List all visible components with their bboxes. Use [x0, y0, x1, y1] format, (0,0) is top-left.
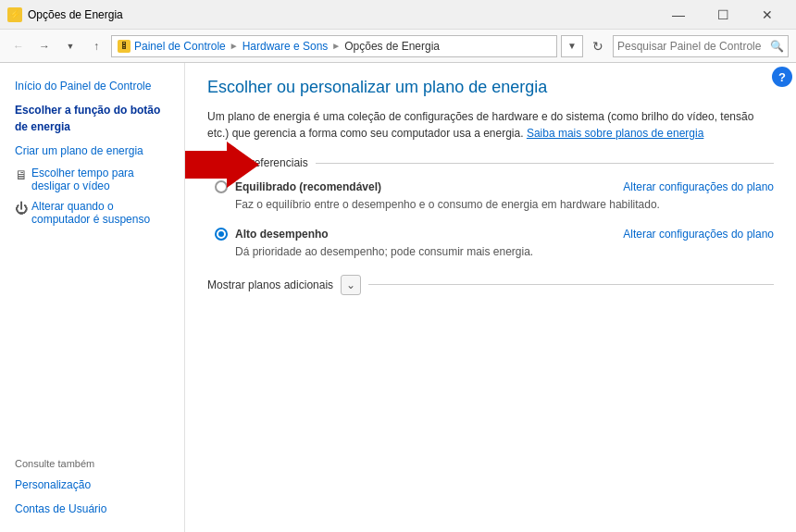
sidebar-item-alterar-suspenso[interactable]: ⏻ Alterar quando o computador é suspenso — [0, 196, 184, 229]
search-input[interactable] — [617, 40, 770, 53]
sidebar-item-personalizacao[interactable]: Personalização — [0, 473, 184, 497]
plan-equilibrado: Equilibrado (recomendável) Alterar confi… — [207, 180, 774, 213]
plan-alto-desempenho-header: Alto desempenho Alterar configurações do… — [215, 228, 774, 241]
window-icon: ⚡ — [7, 7, 22, 22]
forward-button[interactable]: → — [33, 35, 56, 57]
address-dropdown[interactable]: ▼ — [561, 35, 583, 57]
sidebar-item-inicio[interactable]: Início do Painel de Controle — [0, 74, 184, 98]
breadcrumb-sep-1: ► — [230, 41, 239, 51]
window-controls: — ☐ ✕ — [657, 0, 789, 30]
main-window: Início do Painel de Controle Escolher a … — [0, 63, 796, 532]
more-plans-row: Mostrar planos adicionais ⌄ — [207, 275, 774, 295]
consulte-tambem-section: Consulte também Personalização Contas de… — [0, 443, 184, 521]
plan-alto-desempenho: Alto desempenho Alterar configurações do… — [207, 228, 774, 260]
red-arrow-annotation — [185, 142, 259, 191]
search-icon: 🔍 — [770, 40, 784, 53]
sidebar-nav: Início do Painel de Controle Escolher a … — [0, 74, 184, 443]
plan-equilibrado-desc: Faz o equilíbrio entre o desempenho e o … — [215, 197, 774, 213]
breadcrumb: 🎛 Painel de Controle ► Hardware e Sons ►… — [111, 35, 557, 57]
plan-alto-desempenho-link[interactable]: Alterar configurações do plano — [623, 228, 774, 241]
search-box[interactable]: 🔍 — [613, 35, 789, 57]
expand-plans-button[interactable]: ⌄ — [341, 275, 361, 295]
plan-equilibrado-link[interactable]: Alterar configurações do plano — [623, 180, 774, 193]
close-button[interactable]: ✕ — [746, 0, 789, 30]
plan-alto-desempenho-name: Alto desempenho — [235, 228, 329, 241]
sidebar-item-escolher-botao[interactable]: Escolher a função do botão de energia — [0, 98, 184, 139]
plan-alto-desempenho-desc: Dá prioridade ao desempenho; pode consum… — [215, 244, 774, 260]
sidebar-item-tempo-desligar[interactable]: 🖥 Escolher tempo para desligar o vídeo — [0, 163, 184, 196]
content-area: ? Escolher ou personalizar um plano de e… — [185, 63, 796, 532]
breadcrumb-painel[interactable]: Painel de Controle — [134, 40, 226, 53]
sidebar-item-criar-plano[interactable]: Criar um plano de energia — [0, 139, 184, 163]
more-plans-text: Mostrar planos adicionais — [207, 278, 333, 291]
breadcrumb-sep-2: ► — [331, 41, 341, 51]
power-icon: ⏻ — [15, 201, 28, 216]
section-title: Planos preferenciais — [207, 156, 774, 169]
maximize-button[interactable]: ☐ — [702, 0, 744, 30]
plan-alto-desempenho-label-group: Alto desempenho — [215, 228, 329, 241]
sidebar-link-label: Escolher tempo para desligar o vídeo — [31, 167, 169, 192]
address-bar: ← → ▼ ↑ 🎛 Painel de Controle ► Hardware … — [0, 30, 796, 63]
plan-alto-desempenho-radio[interactable] — [215, 228, 228, 241]
breadcrumb-current: Opções de Energia — [344, 40, 440, 53]
minimize-button[interactable]: — — [657, 0, 700, 30]
recent-button[interactable]: ▼ — [59, 35, 81, 57]
control-panel-icon: 🎛 — [118, 40, 131, 53]
sidebar-item-contas[interactable]: Contas de Usuário — [0, 497, 184, 521]
svg-marker-0 — [185, 142, 259, 188]
sidebar: Início do Painel de Controle Escolher a … — [0, 63, 185, 532]
back-button[interactable]: ← — [7, 35, 30, 57]
sidebar-link-label2: Alterar quando o computador é suspenso — [31, 200, 169, 226]
window-title: Opções de Energia — [28, 8, 657, 21]
breadcrumb-hardware[interactable]: Hardware e Sons — [243, 40, 329, 53]
title-bar: ⚡ Opções de Energia — ☐ ✕ — [0, 0, 796, 30]
plan-equilibrado-header: Equilibrado (recomendável) Alterar confi… — [215, 180, 774, 193]
page-title: Escolher ou personalizar um plano de ene… — [207, 78, 774, 97]
monitor-icon: 🖥 — [15, 167, 28, 182]
consulte-tambem-title: Consulte também — [0, 443, 184, 473]
refresh-button[interactable]: ↻ — [587, 35, 609, 57]
help-button[interactable]: ? — [772, 67, 792, 87]
learn-more-link[interactable]: Saiba mais sobre planos de energia — [527, 127, 703, 140]
description-text: Um plano de energia é uma coleção de con… — [207, 108, 774, 142]
up-button[interactable]: ↑ — [85, 35, 107, 57]
